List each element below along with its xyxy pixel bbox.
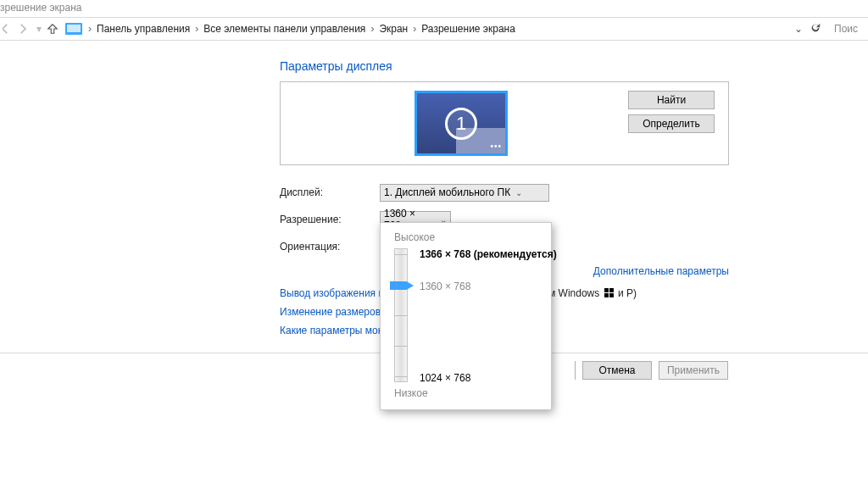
project-link[interactable]: Вывод изображения на xyxy=(280,287,390,299)
search-input[interactable]: Поис xyxy=(831,21,865,36)
back-button[interactable] xyxy=(0,20,17,37)
forward-button[interactable] xyxy=(17,20,34,37)
address-dropdown[interactable]: ⌄ xyxy=(790,23,807,35)
resolution-slider-thumb[interactable] xyxy=(390,281,414,290)
monitor-id-label: 1 xyxy=(445,108,477,140)
control-panel-icon xyxy=(64,22,83,36)
display-select-value: 1. Дисплей мобильного ПК xyxy=(384,186,510,198)
up-button[interactable] xyxy=(44,20,61,37)
refresh-button[interactable] xyxy=(807,22,824,36)
display-label: Дисплей: xyxy=(280,186,380,198)
apply-button: Применить xyxy=(659,361,728,380)
slider-high-label: Высокое xyxy=(394,231,541,243)
monitor-preview-area[interactable]: 1 ••• xyxy=(294,91,628,156)
dots-icon: ••• xyxy=(490,142,502,151)
windows-logo-icon xyxy=(604,288,614,297)
window-title-cut: зрешение экрана xyxy=(0,0,868,17)
crumb-0[interactable]: Панель управления xyxy=(93,23,193,35)
crumb-1[interactable]: Все элементы панели управления xyxy=(200,23,369,35)
display-select[interactable]: 1. Дисплей мобильного ПК ⌄ xyxy=(380,184,549,202)
resolution-label: Разрешение: xyxy=(280,214,380,225)
cancel-button[interactable]: Отмена xyxy=(582,361,652,380)
page-title: Параметры дисплея xyxy=(280,59,868,73)
monitor-1[interactable]: 1 ••• xyxy=(415,91,508,156)
resolution-option-1[interactable]: 1360 × 768 xyxy=(420,281,470,292)
chevron-right-icon: › xyxy=(193,23,200,35)
chevron-right-icon: › xyxy=(86,23,93,35)
find-button[interactable]: Найти xyxy=(628,91,715,109)
history-dropdown[interactable]: ▾ xyxy=(34,20,44,37)
chevron-right-icon: › xyxy=(369,23,376,35)
detect-button[interactable]: Определить xyxy=(628,114,715,133)
orientation-label: Ориентация: xyxy=(280,241,380,253)
resolution-slider-popup[interactable]: Высокое 1366 × 768 (рекомендуется) 1360 … xyxy=(380,222,552,410)
resolution-option-0[interactable]: 1366 × 768 (рекомендуется) xyxy=(420,248,557,260)
hint-tail-b: и P) xyxy=(618,287,637,299)
breadcrumb[interactable]: › Панель управления › Все элементы панел… xyxy=(86,23,790,35)
slider-low-label: Низкое xyxy=(394,387,541,399)
svg-rect-1 xyxy=(67,25,81,32)
address-bar: ▾ › Панель управления › Все элементы пан… xyxy=(0,17,868,41)
crumb-3[interactable]: Разрешение экрана xyxy=(418,23,519,35)
resolution-slider-track[interactable] xyxy=(394,248,408,382)
resolution-option-2[interactable]: 1024 × 768 xyxy=(420,372,470,384)
crumb-2[interactable]: Экран xyxy=(376,23,411,35)
chevron-right-icon: › xyxy=(411,23,418,35)
display-preview-box: 1 ••• Найти Определить xyxy=(280,81,729,165)
ok-button-edge[interactable] xyxy=(559,361,576,380)
chevron-down-icon: ⌄ xyxy=(515,188,522,197)
